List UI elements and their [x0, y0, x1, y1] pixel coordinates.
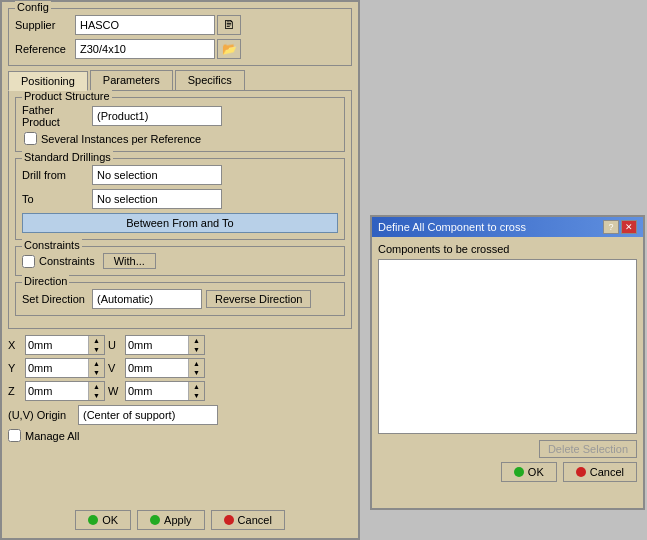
u-input[interactable]	[126, 338, 188, 352]
main-cancel-button[interactable]: Cancel	[211, 510, 285, 530]
constraints-checkbox[interactable]	[22, 255, 35, 268]
u-spin[interactable]: ▲ ▼	[188, 336, 204, 354]
z-input[interactable]	[26, 384, 88, 398]
w-input[interactable]	[126, 384, 188, 398]
coordinates-section: X ▲ ▼ U ▲ ▼ Y ▲	[8, 335, 352, 401]
v-input[interactable]	[126, 361, 188, 375]
reference-button[interactable]: 📂	[217, 39, 241, 59]
u-label: U	[108, 339, 122, 351]
father-product-row: Father Product	[22, 104, 338, 128]
tab-positioning[interactable]: Positioning	[8, 71, 88, 91]
second-dialog: Define All Component to cross ? ✕ Compon…	[370, 215, 645, 510]
dialog-titlebar: Define All Component to cross ? ✕	[372, 217, 643, 237]
set-direction-input[interactable]	[92, 289, 202, 309]
apply-label: Apply	[164, 514, 192, 526]
y-spin-down[interactable]: ▼	[89, 368, 104, 377]
uv-origin-label: (U,V) Origin	[8, 409, 78, 421]
cancel-dot-icon	[224, 515, 234, 525]
z-spin-up[interactable]: ▲	[89, 382, 104, 391]
dialog-cancel-dot-icon	[576, 467, 586, 477]
with-button[interactable]: With...	[103, 253, 156, 269]
product-structure-group: Product Structure Father Product Several…	[15, 97, 345, 152]
several-instances-checkbox[interactable]	[24, 132, 37, 145]
titlebar-buttons: ? ✕	[603, 220, 637, 234]
tab-content-positioning: Product Structure Father Product Several…	[8, 91, 352, 329]
tabs-container: Positioning Parameters Specifics	[8, 70, 352, 91]
u-spin-up[interactable]: ▲	[189, 336, 204, 345]
supplier-input[interactable]	[75, 15, 215, 35]
z-spin[interactable]: ▲ ▼	[88, 382, 104, 400]
components-label: Components to be crossed	[378, 243, 637, 255]
y-spin-up[interactable]: ▲	[89, 359, 104, 368]
main-apply-button[interactable]: Apply	[137, 510, 205, 530]
direction-group-label: Direction	[22, 275, 69, 287]
direction-group: Direction Set Direction Reverse Directio…	[15, 282, 345, 316]
to-label: To	[22, 193, 92, 205]
coords-grid: X ▲ ▼ U ▲ ▼ Y ▲	[8, 335, 352, 401]
standard-drillings-label: Standard Drillings	[22, 151, 113, 163]
father-product-label: Father Product	[22, 104, 92, 128]
x-spin[interactable]: ▲ ▼	[88, 336, 104, 354]
x-input[interactable]	[26, 338, 88, 352]
uv-origin-input[interactable]	[78, 405, 218, 425]
components-list[interactable]	[378, 259, 637, 434]
cancel-label: Cancel	[238, 514, 272, 526]
dialog-cancel-button[interactable]: Cancel	[563, 462, 637, 482]
tab-parameters[interactable]: Parameters	[90, 70, 173, 90]
to-row: To	[22, 189, 338, 209]
config-group-label: Config	[15, 1, 51, 13]
dialog-bottom-buttons: OK Cancel	[378, 462, 637, 482]
w-spin-down[interactable]: ▼	[189, 391, 204, 400]
close-button[interactable]: ✕	[621, 220, 637, 234]
several-instances-row: Several Instances per Reference	[24, 132, 338, 145]
manage-all-row: Manage All	[8, 429, 352, 442]
delete-selection-button[interactable]: Delete Selection	[539, 440, 637, 458]
supplier-label: Supplier	[15, 19, 75, 31]
u-input-wrap: ▲ ▼	[125, 335, 205, 355]
supplier-row: Supplier 🖹	[15, 15, 345, 35]
x-spin-up[interactable]: ▲	[89, 336, 104, 345]
to-input[interactable]	[92, 189, 222, 209]
constraints-row: Constraints With...	[22, 253, 338, 269]
constraints-group-label: Constraints	[22, 239, 82, 251]
tab-specifics[interactable]: Specifics	[175, 70, 245, 90]
manage-all-checkbox[interactable]	[8, 429, 21, 442]
x-input-wrap: ▲ ▼	[25, 335, 105, 355]
y-label: Y	[8, 362, 22, 374]
apply-dot-icon	[150, 515, 160, 525]
reverse-direction-button[interactable]: Reverse Direction	[206, 290, 311, 308]
dialog-ok-dot-icon	[514, 467, 524, 477]
reference-input[interactable]	[75, 39, 215, 59]
set-direction-label: Set Direction	[22, 293, 92, 305]
dialog-ok-button[interactable]: OK	[501, 462, 557, 482]
v-spin[interactable]: ▲ ▼	[188, 359, 204, 377]
w-spin-up[interactable]: ▲	[189, 382, 204, 391]
father-product-input[interactable]	[92, 106, 222, 126]
help-button[interactable]: ?	[603, 220, 619, 234]
direction-row: Set Direction Reverse Direction	[22, 289, 338, 309]
uv-origin-row: (U,V) Origin	[8, 405, 352, 425]
main-ok-button[interactable]: OK	[75, 510, 131, 530]
u-spin-down[interactable]: ▼	[189, 345, 204, 354]
y-input[interactable]	[26, 361, 88, 375]
w-input-wrap: ▲ ▼	[125, 381, 205, 401]
drill-from-input[interactable]	[92, 165, 222, 185]
v-spin-down[interactable]: ▼	[189, 368, 204, 377]
z-label: Z	[8, 385, 22, 397]
ok-label: OK	[102, 514, 118, 526]
drill-from-label: Drill from	[22, 169, 92, 181]
v-spin-up[interactable]: ▲	[189, 359, 204, 368]
drill-from-row: Drill from	[22, 165, 338, 185]
ok-dot-icon	[88, 515, 98, 525]
w-spin[interactable]: ▲ ▼	[188, 382, 204, 400]
dialog-body: Components to be crossed Delete Selectio…	[372, 237, 643, 488]
between-from-to-button[interactable]: Between From and To	[22, 213, 338, 233]
z-spin-down[interactable]: ▼	[89, 391, 104, 400]
standard-drillings-group: Standard Drillings Drill from To Between…	[15, 158, 345, 240]
config-group: Config Supplier 🖹 Reference 📂	[8, 8, 352, 66]
x-spin-down[interactable]: ▼	[89, 345, 104, 354]
supplier-button[interactable]: 🖹	[217, 15, 241, 35]
several-instances-label: Several Instances per Reference	[41, 133, 201, 145]
y-spin[interactable]: ▲ ▼	[88, 359, 104, 377]
dialog-title: Define All Component to cross	[378, 221, 526, 233]
